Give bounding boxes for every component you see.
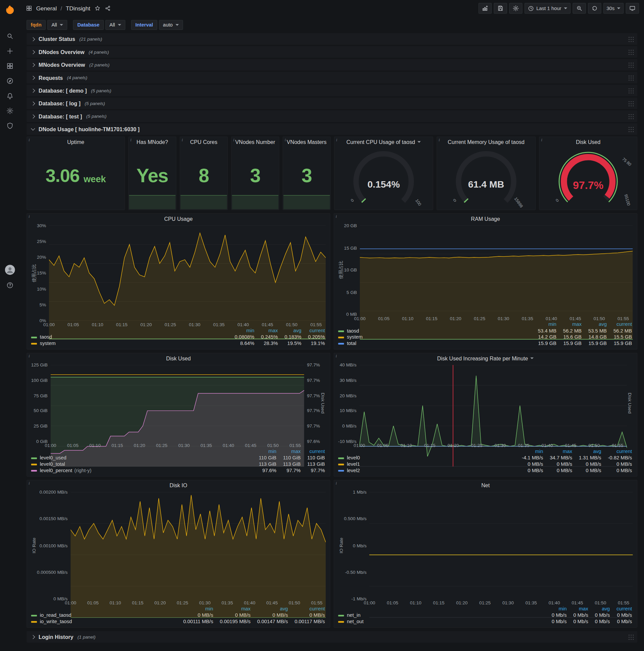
row-database-log[interactable]: Database: [ log ](5 panels) <box>27 98 637 110</box>
panel-title[interactable]: Disk Used <box>539 137 637 147</box>
sidebar-item-alerting[interactable] <box>0 91 20 100</box>
chart-row-1: i CPU Usage 使用占比 30%25%20%15%10%5%0% 01:… <box>27 213 637 350</box>
row-cluster-status[interactable]: Cluster Status(21 panels) <box>27 33 637 45</box>
row-login-history[interactable]: Login History(1 panel) <box>27 631 637 643</box>
variable-database-value-dropdown[interactable]: All <box>105 20 125 30</box>
legend-series-net_out[interactable]: net_out <box>338 618 546 625</box>
variable-interval-value-dropdown[interactable]: auto <box>159 20 183 30</box>
legend-series-level2[interactable]: level2 <box>338 467 516 474</box>
panel-title[interactable]: Disk Used Increasing Rate per Minute <box>334 353 637 364</box>
row-database-demo[interactable]: Database: [ demo ](5 panels) <box>27 85 637 96</box>
breadcrumb-separator: / <box>60 5 62 11</box>
legend-series-level0_percent[interactable]: level0_percent(right-y) <box>31 467 253 474</box>
save-dashboard-button[interactable] <box>494 3 507 14</box>
x-axis-tick: 01:15 <box>426 316 438 321</box>
grafana-flame-icon <box>5 4 15 15</box>
row-drag-handle[interactable] <box>628 49 634 55</box>
legend-series-system[interactable]: system <box>31 340 229 347</box>
zoom-out-time-button[interactable] <box>573 3 586 14</box>
legend-series-io_write_taosd[interactable]: io_write_taosd <box>31 618 178 625</box>
legend-column-current[interactable]: current <box>301 448 326 455</box>
panel-info-icon[interactable]: i <box>439 137 440 142</box>
row-drag-handle[interactable] <box>628 75 634 80</box>
panel-title[interactable]: Has MNode? <box>129 137 176 147</box>
x-axis-tick: 01:55 <box>311 600 322 606</box>
cpu-usage-plot[interactable]: 01:0001:0501:1001:1501:2001:2501:3001:35… <box>49 225 326 320</box>
legend-value: 15.9 GB <box>557 340 582 347</box>
disk-used-plot[interactable]: 01:0001:0501:1001:1501:2001:2501:3001:35… <box>51 365 304 441</box>
panel-info-icon[interactable]: i <box>29 214 30 219</box>
disk-io-plot[interactable]: 01:0001:0501:1001:1501:2001:2501:3001:35… <box>70 492 326 599</box>
panel-info-icon[interactable]: i <box>29 481 30 486</box>
variable-fqdn-value-dropdown[interactable]: All <box>47 20 67 30</box>
panel-title[interactable]: RAM Usage <box>334 214 637 224</box>
sidebar-item-create[interactable] <box>0 46 20 55</box>
x-axis-tick: 01:55 <box>612 443 623 448</box>
row-dnodes-overview[interactable]: DNodes Overview(4 panels) <box>27 46 637 58</box>
panel-info-icon[interactable]: i <box>29 354 30 359</box>
help-icon <box>6 281 14 288</box>
breadcrumb-section[interactable]: General <box>36 5 57 12</box>
panel-title[interactable]: Net <box>334 480 637 490</box>
row-requests[interactable]: Requests(4 panels) <box>27 72 637 84</box>
x-axis-tick: 01:00 <box>354 316 365 321</box>
legend-row: system8.64%28.3%19.5%19.1% <box>31 340 326 347</box>
y-axis-label: IO Rate <box>31 492 37 599</box>
panel-info-icon[interactable]: i <box>285 137 286 142</box>
row-drag-handle[interactable] <box>628 62 634 67</box>
disk-rate-plot[interactable]: 01:0001:0501:1001:1501:2001:2501:3001:35… <box>359 365 627 441</box>
avatar[interactable] <box>5 265 15 275</box>
panel-title[interactable]: VNodes Number <box>231 137 279 147</box>
row-drag-handle[interactable] <box>628 88 634 93</box>
net-plot[interactable]: 01:0001:0501:1001:1501:2001:2501:3001:35… <box>369 492 633 599</box>
panel-title[interactable]: Uptime <box>27 137 124 147</box>
panel-info-icon[interactable]: i <box>182 137 183 142</box>
legend-value: 0 MB/s <box>516 467 544 474</box>
row-dnode-usage[interactable]: DNode Usage [ huolinhe-TM1701:6030 ] <box>27 123 637 135</box>
sidebar-item-dashboards[interactable] <box>0 61 20 70</box>
share-icon[interactable] <box>104 5 111 12</box>
sidebar-item-explore[interactable] <box>0 76 20 85</box>
panel-info-icon[interactable]: i <box>233 137 234 142</box>
panel-info-icon[interactable]: i <box>336 137 337 142</box>
refresh-button[interactable] <box>588 3 602 14</box>
row-drag-handle[interactable] <box>628 126 634 132</box>
panel-info-icon[interactable]: i <box>541 137 542 142</box>
panel-title[interactable]: VNodes Masters <box>283 137 330 147</box>
sidebar-item-configuration[interactable] <box>0 106 20 115</box>
panel-title[interactable]: Disk Used <box>27 353 330 364</box>
time-range-picker[interactable]: Last 1 hour <box>524 3 570 14</box>
row-drag-handle[interactable] <box>628 101 634 106</box>
panel-title[interactable]: Disk IO <box>27 480 330 490</box>
row-mnodes-overview[interactable]: MNodes Overview(2 panels) <box>27 59 637 71</box>
row-drag-handle[interactable] <box>628 634 634 640</box>
plot-row: IO Rate 1 Mb/s0.500 Mb/s0 Mb/s-0.50 Mb/s… <box>338 492 633 599</box>
panel-info-icon[interactable]: i <box>336 481 337 486</box>
grafana-logo[interactable] <box>0 0 20 19</box>
ram-usage-plot[interactable]: 01:0001:0501:1001:1501:2001:2501:3001:35… <box>360 225 633 314</box>
panel-title[interactable]: Current CPU Usage of taosd <box>334 137 433 147</box>
row-drag-handle[interactable] <box>628 114 634 119</box>
panel-title[interactable]: CPU Cores <box>180 137 227 147</box>
sidebar-item-help[interactable] <box>0 281 20 289</box>
panel-info-icon[interactable]: i <box>130 137 131 142</box>
panel-title[interactable]: CPU Usage <box>27 214 330 224</box>
star-icon[interactable] <box>94 5 101 12</box>
sidebar-item-search[interactable] <box>0 32 20 40</box>
panel-info-icon[interactable]: i <box>336 354 337 359</box>
refresh-interval-dropdown[interactable]: 30s <box>603 3 623 14</box>
panel-title[interactable]: Current Memory Usage of taosd <box>437 137 535 147</box>
row-drag-handle[interactable] <box>628 36 634 41</box>
legend-row: level20 MB/s0 MB/s0 MB/s0 MB/s <box>338 467 633 474</box>
panel-info-icon[interactable]: i <box>29 137 30 142</box>
dashboard-settings-button[interactable] <box>509 3 522 14</box>
add-panel-icon <box>482 5 488 12</box>
legend-series-total[interactable]: total <box>338 340 532 347</box>
panel-net-chart: i Net IO Rate 1 Mb/s0.500 Mb/s0 Mb/s-0.5… <box>334 480 638 627</box>
sidebar-item-server-admin[interactable] <box>0 121 20 130</box>
panel-info-icon[interactable]: i <box>336 214 337 219</box>
cycle-view-mode-button[interactable] <box>626 3 639 14</box>
add-panel-button[interactable] <box>478 3 492 14</box>
row-database-test[interactable]: Database: [ test ](5 panels) <box>27 111 637 122</box>
breadcrumb-title[interactable]: TDinsight <box>66 5 90 12</box>
